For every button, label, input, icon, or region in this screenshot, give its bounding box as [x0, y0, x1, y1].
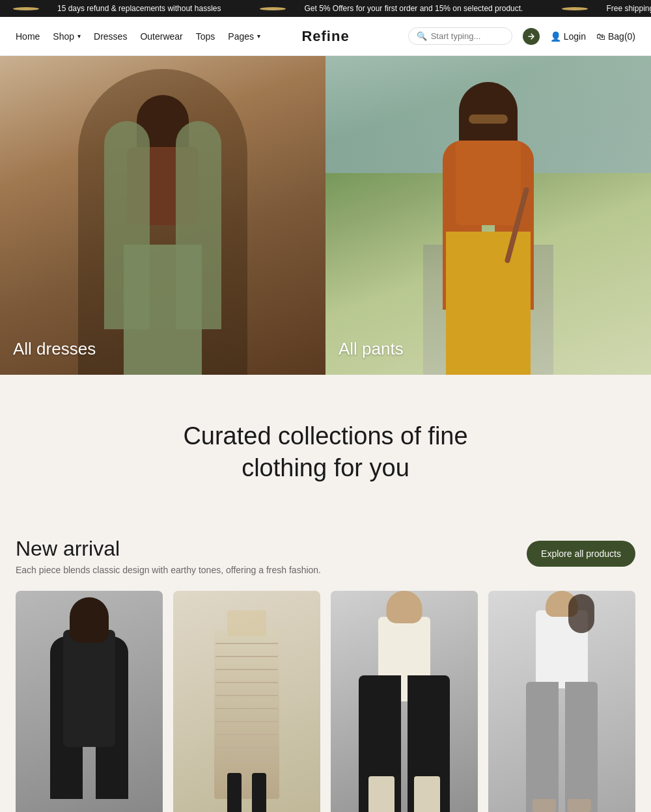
product-card[interactable]: Cashmere Pants: [488, 591, 635, 812]
search-bar[interactable]: 🔍: [408, 27, 512, 45]
new-arrival-heading: New arrival: [16, 537, 321, 561]
nav-home[interactable]: Home: [16, 31, 40, 42]
product-image-wrap: [16, 591, 163, 812]
nav-links: Home Shop Dresses Outerwear Tops Pages: [16, 31, 326, 42]
search-submit-icon[interactable]: [523, 28, 540, 45]
product-image: [173, 591, 320, 812]
search-icon: 🔍: [417, 31, 427, 41]
product-card[interactable]: Cashmere Midi Skirt: [173, 591, 320, 812]
site-logo[interactable]: Refine: [301, 28, 349, 45]
announcement-item: 15 days refund & replacements without ha…: [0, 4, 247, 13]
user-icon: 👤: [550, 31, 561, 42]
product-image-wrap: [173, 591, 320, 812]
nav-actions: 🔍 👤 Login 🛍 Bag(0): [326, 27, 635, 45]
explore-all-button[interactable]: Explore all products: [527, 541, 635, 567]
announcement-item: Free shipping for orders $200 or more: [549, 4, 651, 13]
dot-icon: [260, 7, 286, 10]
nav-pages[interactable]: Pages: [228, 31, 260, 42]
nav-outerwear[interactable]: Outerwear: [140, 31, 182, 42]
product-image: [488, 591, 635, 812]
announcement-bar: 15 days refund & replacements without ha…: [0, 0, 651, 17]
product-card[interactable]: Cashmere Midi Skirt 2: [331, 591, 478, 812]
nav-shop[interactable]: Shop: [53, 31, 81, 42]
hero-section: All dresses All pants: [0, 56, 651, 375]
product-image: [331, 591, 478, 812]
product-card[interactable]: Cashmere Coat with Notched Lapel...: [16, 591, 163, 812]
curated-section: Curated collections of fine clothing for…: [0, 375, 651, 524]
new-arrival-text: New arrival Each piece blends classic de…: [16, 537, 321, 575]
hero-dresses[interactable]: All dresses: [0, 56, 326, 375]
new-arrival-description: Each piece blends classic design with ea…: [16, 565, 321, 575]
announcement-item: Get 5% Offers for your first order and 1…: [247, 4, 549, 13]
new-arrival-header: New arrival Each piece blends classic de…: [16, 537, 635, 575]
curated-heading: Curated collections of fine clothing for…: [163, 420, 488, 485]
new-arrival-section: New arrival Each piece blends classic de…: [0, 524, 651, 812]
product-image: [16, 591, 163, 812]
nav-tops[interactable]: Tops: [196, 31, 215, 42]
product-image-wrap: [331, 591, 478, 812]
nav-dresses[interactable]: Dresses: [94, 31, 127, 42]
bag-button[interactable]: 🛍 Bag(0): [596, 31, 635, 42]
login-button[interactable]: 👤 Login: [550, 31, 586, 42]
search-input[interactable]: [431, 31, 496, 41]
bag-icon: 🛍: [596, 31, 605, 42]
dot-icon: [562, 7, 588, 10]
hero-dresses-label: All dresses: [13, 339, 96, 359]
hero-pants-label: All pants: [339, 339, 404, 359]
dot-icon: [13, 7, 39, 10]
product-image-wrap: [488, 591, 635, 812]
hero-pants[interactable]: All pants: [326, 56, 651, 375]
navbar: Home Shop Dresses Outerwear Tops Pages R…: [0, 17, 651, 56]
products-grid: Cashmere Coat with Notched Lapel...: [16, 591, 635, 812]
